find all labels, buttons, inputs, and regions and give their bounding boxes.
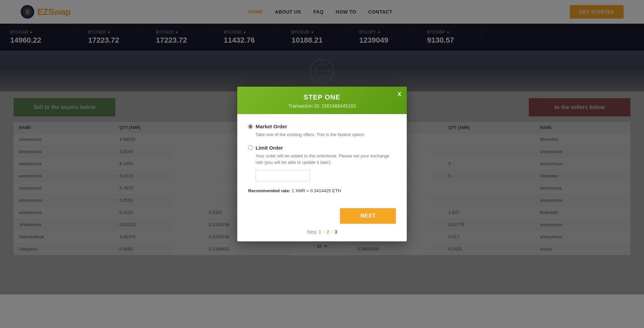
modal: STEP ONE Transaction ID: 1561968445163 X… [237, 87, 407, 241]
limit-order-label[interactable]: Limit Order [248, 145, 396, 151]
recommended-rate: Recommended rate: 1 XMR = 0.3414425 ETH [248, 188, 396, 193]
step-arrow-2: › [331, 229, 333, 234]
modal-overlay: STEP ONE Transaction ID: 1561968445163 X… [0, 0, 644, 294]
transaction-id: 1561968445163 [322, 103, 356, 109]
step-1: 1 [319, 229, 321, 235]
limit-order-option: Limit Order Your order will be added to … [248, 145, 396, 181]
step-2: 2 [327, 229, 329, 235]
modal-close-button[interactable]: X [398, 91, 401, 97]
modal-transaction: Transaction ID: 1561968445163 [245, 103, 399, 109]
market-order-label[interactable]: Market Order [248, 124, 396, 129]
modal-title: STEP ONE [245, 93, 399, 101]
transaction-label: Transaction ID: [288, 103, 320, 109]
modal-header: STEP ONE Transaction ID: 1561968445163 X [237, 87, 407, 114]
step-3: 3 [335, 229, 337, 235]
rate-input-field[interactable] [256, 170, 310, 181]
limit-order-radio[interactable] [248, 145, 253, 150]
recommended-rate-value: 1 XMR = 0.3414425 ETH [292, 188, 341, 193]
market-order-radio[interactable] [248, 124, 253, 129]
market-order-description: Take one of the existing offers. This is… [248, 131, 396, 138]
modal-footer: NEXT Step 1 › 2 › 3 [237, 203, 407, 241]
step-text: Step [307, 229, 317, 235]
step-indicator: Step 1 › 2 › 3 [248, 229, 396, 235]
market-order-option: Market Order Take one of the existing of… [248, 124, 396, 138]
rate-input-container [248, 170, 396, 181]
next-button[interactable]: NEXT [340, 208, 396, 224]
modal-body: Market Order Take one of the existing of… [237, 114, 407, 203]
recommended-rate-label: Recommended rate: [248, 188, 290, 193]
step-arrow-1: › [323, 229, 325, 234]
limit-order-description: Your order will be added to the orderboo… [248, 153, 396, 166]
